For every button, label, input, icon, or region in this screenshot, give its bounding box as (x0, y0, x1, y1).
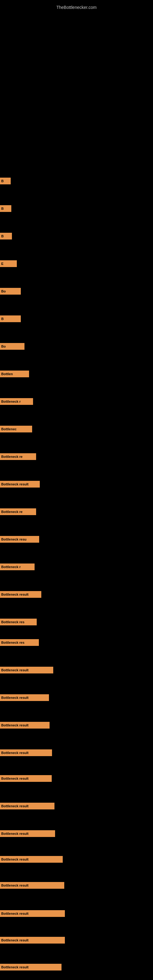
bar-label-27: Bottleneck result (1, 883, 29, 887)
bar-30: Bottleneck result (0, 964, 62, 970)
bar-28: Bottleneck result (0, 910, 65, 917)
bar-6: B (0, 315, 21, 322)
bar-27: Bottleneck result (0, 882, 64, 889)
bar-container-20: Bottleneck result (0, 694, 49, 701)
bar-container-12: Bottleneck result (0, 481, 40, 488)
bar-container-30: Bottleneck result (0, 964, 62, 970)
bar-container-14: Bottleneck resu (0, 536, 39, 542)
bar-label-23: Bottleneck result (1, 776, 29, 780)
bar-container-28: Bottleneck result (0, 910, 65, 917)
bar-label-9: Bottleneck r (1, 400, 21, 403)
bar-20: Bottleneck result (0, 694, 49, 701)
bar-label-25: Bottleneck result (1, 832, 29, 835)
bar-16: Bottleneck result (0, 591, 41, 598)
bar-label-15: Bottleneck r (1, 565, 21, 569)
bar-container-16: Bottleneck result (0, 591, 41, 598)
bar-container-8: Bottlen (0, 371, 29, 377)
bar-container-26: Bottleneck result (0, 856, 63, 863)
bar-label-8: Bottlen (1, 372, 13, 376)
bar-label-6: B (1, 317, 4, 321)
bar-label-28: Bottleneck result (1, 912, 29, 915)
bar-container-10: Bottlenec (0, 426, 32, 433)
bar-label-21: Bottleneck result (1, 723, 29, 727)
bar-label-7: Bo (1, 345, 6, 348)
bar-18: Bottleneck res (0, 639, 39, 646)
bar-label-5: Bo (1, 290, 6, 293)
bar-container-18: Bottleneck res (0, 639, 39, 646)
bar-container-13: Bottleneck re (0, 508, 36, 515)
bar-container-23: Bottleneck result (0, 775, 52, 782)
bar-container-7: Bo (0, 343, 24, 350)
bar-14: Bottleneck resu (0, 536, 39, 542)
bar-15: Bottleneck r (0, 563, 35, 570)
bar-label-20: Bottleneck result (1, 696, 29, 700)
bar-container-2: B (0, 205, 11, 212)
bar-container-5: Bo (0, 288, 21, 294)
bar-container-15: Bottleneck r (0, 563, 35, 570)
bar-7: Bo (0, 343, 24, 350)
bar-label-29: Bottleneck result (1, 939, 29, 942)
bar-label-12: Bottleneck result (1, 482, 29, 486)
bar-label-30: Bottleneck result (1, 965, 29, 969)
bar-label-17: Bottleneck res (1, 620, 24, 624)
bar-17: Bottleneck res (0, 619, 37, 625)
bar-container-3: B (0, 233, 12, 240)
site-title: TheBottlenecker.com (0, 2, 153, 12)
bar-container-24: Bottleneck result (0, 803, 54, 810)
bar-23: Bottleneck result (0, 775, 52, 782)
bar-21: Bottleneck result (0, 722, 49, 729)
bar-29: Bottleneck result (0, 937, 65, 943)
bar-container-6: B (0, 315, 21, 322)
bar-22: Bottleneck result (0, 749, 52, 756)
bar-label-18: Bottleneck res (1, 641, 24, 644)
bar-label-2: B (1, 207, 4, 210)
bar-25: Bottleneck result (0, 830, 55, 837)
bar-1: B (0, 178, 11, 185)
bar-label-11: Bottleneck re (1, 455, 22, 458)
bar-container-29: Bottleneck result (0, 937, 65, 943)
bar-label-1: B (1, 179, 4, 183)
bar-4: E (0, 260, 17, 267)
bar-label-24: Bottleneck result (1, 804, 29, 808)
bar-12: Bottleneck result (0, 481, 40, 488)
bar-container-19: Bottleneck result (0, 667, 53, 673)
bar-container-17: Bottleneck res (0, 619, 37, 625)
bar-label-4: E (1, 262, 3, 266)
bar-2: B (0, 205, 11, 212)
bar-container-27: Bottleneck result (0, 882, 64, 889)
bar-26: Bottleneck result (0, 856, 63, 863)
bar-label-14: Bottleneck resu (1, 538, 27, 541)
bar-container-9: Bottleneck r (0, 398, 33, 405)
bar-container-4: E (0, 260, 17, 267)
bar-11: Bottleneck re (0, 453, 36, 460)
bar-label-10: Bottlenec (1, 427, 16, 431)
bar-container-22: Bottleneck result (0, 749, 52, 756)
bar-24: Bottleneck result (0, 803, 54, 810)
bar-label-26: Bottleneck result (1, 858, 29, 861)
bar-3: B (0, 233, 12, 240)
bar-container-11: Bottleneck re (0, 453, 36, 460)
bar-9: Bottleneck r (0, 398, 33, 405)
bar-10: Bottlenec (0, 426, 32, 433)
bar-container-25: Bottleneck result (0, 830, 55, 837)
bar-5: Bo (0, 288, 21, 294)
bar-label-22: Bottleneck result (1, 751, 29, 755)
bar-container-21: Bottleneck result (0, 722, 49, 729)
bar-label-13: Bottleneck re (1, 510, 22, 514)
bar-19: Bottleneck result (0, 667, 53, 673)
bar-label-3: B (1, 234, 4, 238)
bar-container-1: B (0, 178, 11, 185)
bar-label-16: Bottleneck result (1, 593, 29, 596)
bar-13: Bottleneck re (0, 508, 36, 515)
bar-8: Bottlen (0, 371, 29, 377)
bar-label-19: Bottleneck result (1, 668, 29, 672)
